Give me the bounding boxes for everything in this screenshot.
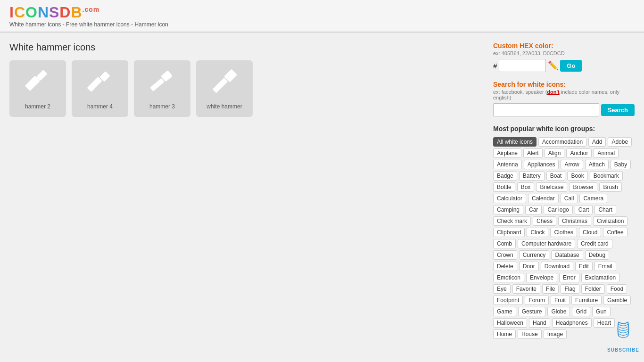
tag-call[interactable]: Call xyxy=(561,194,578,203)
tag-airplane[interactable]: Airplane xyxy=(493,148,521,158)
svg-rect-2 xyxy=(87,77,102,92)
content-area: White hammer icons hammer 2 hammer 4 xyxy=(9,42,484,339)
tag-camping[interactable]: Camping xyxy=(493,205,523,214)
tag-christmas[interactable]: Christmas xyxy=(558,216,591,226)
tag-globe[interactable]: Globe xyxy=(547,307,570,316)
popular-section: Most popular white icon groups: All whit… xyxy=(493,125,635,339)
tag-align[interactable]: Align xyxy=(545,148,565,158)
tag-coffee[interactable]: Coffee xyxy=(603,228,627,237)
tag-battery[interactable]: Battery xyxy=(519,171,545,181)
tag-image[interactable]: Image xyxy=(544,329,567,339)
tag-crown[interactable]: Crown xyxy=(493,250,517,260)
tag-home[interactable]: Home xyxy=(493,329,516,339)
subscribe-area[interactable]: SUBSCRIBE xyxy=(607,320,639,348)
tag-hand[interactable]: Hand xyxy=(529,318,550,328)
tag-edit[interactable]: Edit xyxy=(575,262,593,271)
tag-favorite[interactable]: Favorite xyxy=(512,284,540,294)
tag-add[interactable]: Add xyxy=(588,137,606,147)
tag-bookmark[interactable]: Bookmark xyxy=(590,171,623,181)
tag-check-mark[interactable]: Check mark xyxy=(493,216,531,226)
tag-antenna[interactable]: Antenna xyxy=(493,160,522,169)
tag-car[interactable]: Car xyxy=(525,205,542,214)
tag-bottle[interactable]: Bottle xyxy=(493,182,515,192)
tag-animal[interactable]: Animal xyxy=(594,148,619,158)
tag-clock[interactable]: Clock xyxy=(527,228,548,237)
tag-gamble[interactable]: Gamble xyxy=(603,296,631,305)
tag-anchor[interactable]: Anchor xyxy=(566,148,592,158)
tag-forum[interactable]: Forum xyxy=(525,296,549,305)
tag-clothes[interactable]: Clothes xyxy=(550,228,577,237)
tag-eye[interactable]: Eye xyxy=(493,284,511,294)
tag-file[interactable]: File xyxy=(542,284,559,294)
tag-camera[interactable]: Camera xyxy=(579,194,607,203)
icon-card-hammer3[interactable]: hammer 3 xyxy=(134,60,190,117)
search-input[interactable] xyxy=(493,103,599,116)
icon-card-hammer4[interactable]: hammer 4 xyxy=(72,60,128,117)
tag-chess[interactable]: Chess xyxy=(533,216,556,226)
tag-chart[interactable]: Chart xyxy=(594,205,616,214)
tag-exclamation[interactable]: Exclamation xyxy=(581,273,619,282)
tag-briefcase[interactable]: Briefcase xyxy=(536,182,567,192)
tag-fruit[interactable]: Fruit xyxy=(551,296,570,305)
tag-headphones[interactable]: Headphones xyxy=(552,318,592,328)
search-example: ex: facebook, speaker (don't include col… xyxy=(493,89,635,100)
tag-brush[interactable]: Brush xyxy=(599,182,621,192)
tag-accommodation[interactable]: Accommodation xyxy=(538,137,586,147)
tag-flag[interactable]: Flag xyxy=(561,284,579,294)
tag-database[interactable]: Database xyxy=(551,250,583,260)
search-button[interactable]: Search xyxy=(601,104,635,116)
tag-footprint[interactable]: Footprint xyxy=(493,296,523,305)
tag-arrow[interactable]: Arrow xyxy=(561,160,583,169)
tag-badge[interactable]: Badge xyxy=(493,171,517,181)
tag-email[interactable]: Email xyxy=(594,262,616,271)
tag-adobe[interactable]: Adobe xyxy=(608,137,632,147)
tag-credit-card[interactable]: Credit card xyxy=(577,239,612,248)
tag-cart[interactable]: Cart xyxy=(575,205,593,214)
tag-box[interactable]: Box xyxy=(517,182,535,192)
tag-alert[interactable]: Alert xyxy=(523,148,543,158)
tags-container: All white iconsAccommodationAddAdobeAirp… xyxy=(493,137,635,339)
tag-delete[interactable]: Delete xyxy=(493,262,517,271)
tag-book[interactable]: Book xyxy=(567,171,587,181)
tag-cloud[interactable]: Cloud xyxy=(579,228,601,237)
tag-error[interactable]: Error xyxy=(559,273,579,282)
tag-appliances[interactable]: Appliances xyxy=(524,160,559,169)
tag-envelope[interactable]: Envelope xyxy=(526,273,557,282)
hex-go-button[interactable]: Go xyxy=(560,60,582,72)
tag-baby[interactable]: Baby xyxy=(611,160,631,169)
tag-halloween[interactable]: Halloween xyxy=(493,318,527,328)
white-hammer-svg xyxy=(208,67,241,100)
tag-calculator[interactable]: Calculator xyxy=(493,194,526,203)
tag-food[interactable]: Food xyxy=(607,284,627,294)
icon-card-white-hammer[interactable]: white hammer xyxy=(196,60,253,117)
tag-clipboard[interactable]: Clipboard xyxy=(493,228,525,237)
pencil-icon[interactable]: ✏️ xyxy=(548,60,558,71)
tag-game[interactable]: Game xyxy=(493,307,516,316)
tag-computer-hardware[interactable]: Computer hardware xyxy=(518,239,575,248)
tag-gesture[interactable]: Gesture xyxy=(518,307,546,316)
tag-car-logo[interactable]: Car logo xyxy=(544,205,572,214)
tag-boat[interactable]: Boat xyxy=(546,171,566,181)
tag-attach[interactable]: Attach xyxy=(585,160,609,169)
tag-door[interactable]: Door xyxy=(519,262,539,271)
icon-card-hammer2[interactable]: hammer 2 xyxy=(9,60,66,117)
logo[interactable]: ICONSDB.com xyxy=(9,5,635,20)
tag-debug[interactable]: Debug xyxy=(585,250,609,260)
tag-folder[interactable]: Folder xyxy=(581,284,605,294)
tag-emoticon[interactable]: Emoticon xyxy=(493,273,524,282)
tag-gun[interactable]: Gun xyxy=(592,307,611,316)
tag-grid[interactable]: Grid xyxy=(572,307,590,316)
white-hammer-label: white hammer xyxy=(206,103,242,110)
tag-comb[interactable]: Comb xyxy=(493,239,516,248)
tag-currency[interactable]: Currency xyxy=(519,250,550,260)
tag-civilization[interactable]: Civilization xyxy=(593,216,627,226)
tag-browser[interactable]: Browser xyxy=(569,182,597,192)
hex-input[interactable] xyxy=(499,59,546,72)
tag-download[interactable]: Download xyxy=(541,262,573,271)
dont-link[interactable]: don't xyxy=(547,89,559,95)
tag-furniture[interactable]: Furniture xyxy=(571,296,602,305)
tag-calendar[interactable]: Calendar xyxy=(528,194,559,203)
header: ICONSDB.com White hammer icons - Free wh… xyxy=(0,0,644,33)
tag-all-white-icons[interactable]: All white icons xyxy=(493,137,537,147)
tag-house[interactable]: House xyxy=(518,329,542,339)
